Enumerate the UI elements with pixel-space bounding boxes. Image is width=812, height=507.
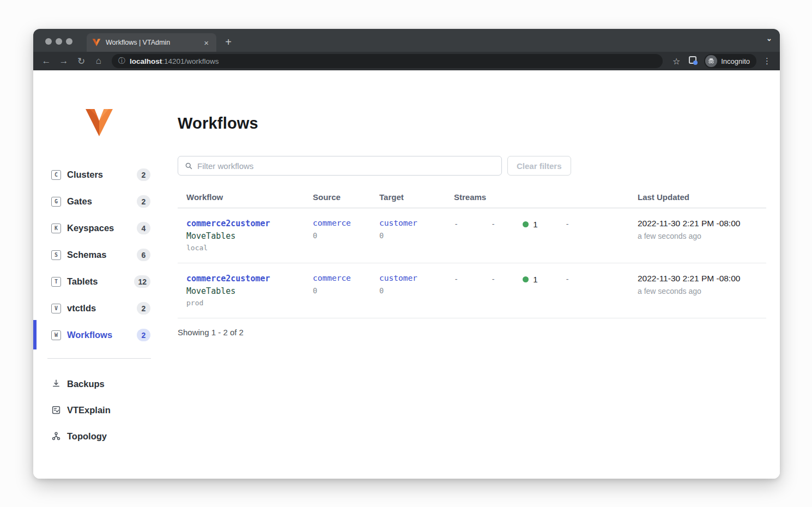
maximize-window-button[interactable]	[66, 38, 72, 45]
clear-filters-button[interactable]: Clear filters	[507, 156, 571, 176]
column-header-streams: Streams	[438, 192, 586, 202]
sidebar-item-clusters[interactable]: C Clusters 2	[33, 161, 164, 188]
tab-search-chevron-icon[interactable]: ⌄	[766, 34, 772, 43]
tab-title: Workflows | VTAdmin	[106, 39, 197, 46]
tab-strip: Workflows | VTAdmin × + ⌄	[33, 29, 780, 52]
close-window-button[interactable]	[45, 38, 52, 45]
tablets-letter-icon: T	[51, 277, 61, 287]
close-tab-icon[interactable]: ×	[202, 38, 211, 48]
sidebar-item-backups[interactable]: Backups	[33, 371, 164, 397]
sidebar-item-keyspaces[interactable]: K Keyspaces 4	[33, 215, 164, 242]
count-badge: 2	[137, 329, 150, 341]
count-badge: 2	[137, 302, 150, 315]
source-shard: 0	[313, 231, 371, 240]
sidebar: C Clusters 2 G Gates 2 K Keyspaces 4 S S…	[33, 70, 178, 479]
page-title: Workflows	[178, 114, 766, 132]
filter-row: Clear filters	[178, 156, 766, 176]
streams-running-cell: 1	[512, 274, 549, 307]
site-info-icon[interactable]: ⓘ	[118, 56, 125, 66]
sidebar-item-tablets[interactable]: T Tablets 12	[33, 268, 164, 295]
count-badge: 4	[137, 222, 150, 234]
target-keyspace-link[interactable]: customer	[379, 274, 438, 282]
target-cell: customer 0	[371, 219, 438, 252]
address-bar[interactable]: ⓘ localhost:14201/workflows	[112, 54, 663, 68]
vitess-favicon-icon	[92, 39, 101, 46]
streams-copying-cell: -	[438, 219, 475, 252]
source-keyspace-link[interactable]: commerce	[313, 274, 371, 282]
sidebar-item-label: Schemas	[67, 250, 106, 260]
forward-icon[interactable]: →	[56, 54, 71, 68]
sidebar-item-label: Workflows	[67, 330, 112, 340]
target-shard: 0	[379, 286, 438, 295]
count-badge: 12	[134, 275, 150, 288]
last-updated-time: 2022-11-30 2:21 PM -08:00	[638, 219, 766, 228]
streams-stopped-cell: -	[549, 274, 586, 307]
streams-error-cell: -	[475, 219, 512, 252]
column-header-source: Source	[304, 192, 371, 202]
secondary-nav: Backups VTExplain	[33, 371, 164, 449]
sidebar-item-label: Tablets	[67, 276, 98, 287]
workflow-type: MoveTables	[186, 231, 304, 241]
minimize-window-button[interactable]	[56, 38, 62, 45]
sidebar-item-topology[interactable]: Topology	[33, 423, 164, 449]
sidebar-item-label: VTExplain	[67, 405, 111, 415]
url-text: localhost:14201/workflows	[130, 57, 219, 65]
sidebar-item-label: Gates	[67, 196, 92, 207]
sidebar-item-label: Keyspaces	[67, 223, 114, 233]
table-row: commerce2customer MoveTables prod commer…	[178, 263, 766, 318]
sidebar-item-workflows[interactable]: W Workflows 2	[33, 322, 164, 348]
table-header-row: Workflow Source Target Streams Last Upda…	[178, 192, 766, 208]
running-stream-count: 1	[533, 275, 537, 284]
sidebar-item-vtctlds[interactable]: V vtctlds 2	[33, 295, 164, 322]
workflow-cluster: local	[186, 244, 304, 252]
streams-copying-cell: -	[438, 274, 475, 307]
pagination-summary: Showing 1 - 2 of 2	[178, 328, 766, 337]
sidebar-item-label: Topology	[67, 431, 107, 442]
side-panel-icon[interactable]	[686, 56, 700, 66]
back-icon[interactable]: ←	[39, 54, 54, 68]
filter-workflows-input[interactable]	[197, 161, 495, 171]
bookmark-star-icon[interactable]: ☆	[669, 56, 683, 67]
home-icon[interactable]: ⌂	[91, 54, 106, 68]
source-cell: commerce 0	[304, 219, 371, 252]
last-updated-relative: a few seconds ago	[638, 287, 766, 295]
source-keyspace-link[interactable]: commerce	[313, 219, 371, 227]
last-updated-relative: a few seconds ago	[638, 232, 766, 240]
browser-tab[interactable]: Workflows | VTAdmin ×	[87, 33, 216, 52]
streams-running-cell: 1	[512, 219, 549, 252]
workflow-link[interactable]: commerce2customer	[186, 274, 304, 283]
workflow-cell: commerce2customer MoveTables prod	[178, 274, 304, 307]
running-status-dot-icon	[523, 221, 529, 227]
workflow-type: MoveTables	[186, 286, 304, 296]
topology-icon	[50, 430, 62, 442]
sidebar-item-schemas[interactable]: S Schemas 6	[33, 242, 164, 268]
incognito-label: Incognito	[721, 57, 750, 65]
schemas-letter-icon: S	[51, 250, 61, 260]
running-stream-count: 1	[533, 220, 537, 229]
main-panel: Workflows Clear filters Workflow Source …	[178, 70, 766, 337]
browser-window: Workflows | VTAdmin × + ⌄ ← → ↻ ⌂ ⓘ loca…	[33, 29, 780, 479]
url-host: localhost	[130, 57, 162, 65]
sidebar-item-label: Backups	[67, 379, 105, 389]
incognito-avatar-icon	[705, 55, 717, 67]
sidebar-item-label: Clusters	[67, 170, 103, 180]
last-updated-cell: 2022-11-30 2:21 PM -08:00 a few seconds …	[637, 274, 766, 307]
clusters-letter-icon: C	[51, 170, 61, 180]
reload-icon[interactable]: ↻	[74, 54, 89, 68]
workflow-link[interactable]: commerce2customer	[186, 219, 304, 228]
browser-menu-icon[interactable]: ⋮	[760, 56, 774, 66]
workflows-table: Workflow Source Target Streams Last Upda…	[178, 192, 766, 318]
source-cell: commerce 0	[304, 274, 371, 307]
sidebar-item-gates[interactable]: G Gates 2	[33, 188, 164, 215]
sidebar-item-vtexplain[interactable]: VTExplain	[33, 397, 164, 423]
count-badge: 2	[137, 195, 150, 208]
vtctlds-letter-icon: V	[51, 304, 61, 313]
download-icon	[50, 378, 62, 390]
source-shard: 0	[313, 286, 371, 295]
count-badge: 6	[137, 249, 150, 261]
vitess-logo-icon	[85, 107, 113, 138]
new-tab-button[interactable]: +	[221, 34, 236, 50]
workflow-cluster: prod	[186, 299, 304, 307]
target-keyspace-link[interactable]: customer	[379, 219, 438, 227]
keyspaces-letter-icon: K	[51, 224, 61, 233]
